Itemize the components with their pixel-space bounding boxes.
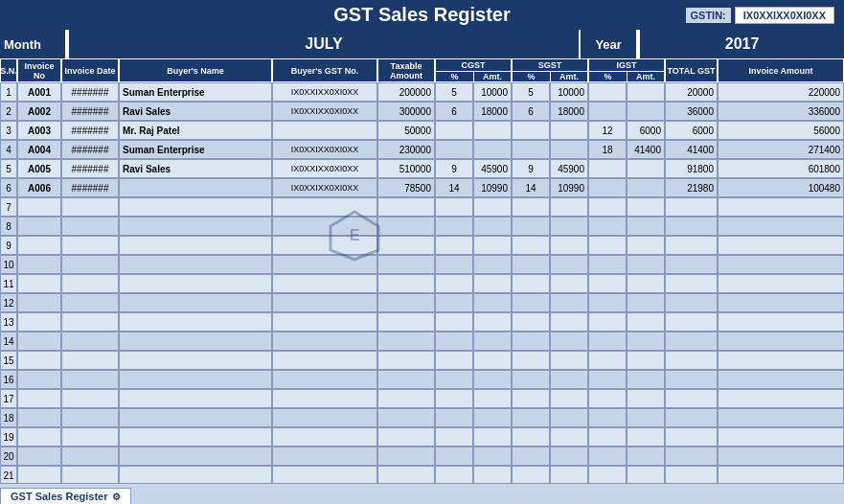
gstin-value: IX0XXIXX0XI0XX <box>735 7 834 24</box>
table-row: 9 <box>0 236 844 255</box>
header-igst-amt: Amt. <box>627 72 664 81</box>
header-invoice-date: Invoice Date <box>61 58 119 82</box>
table-row: 4A004#######Suman EnterpriseIX0XXIXX0XI0… <box>0 140 844 159</box>
tab-label: GST Sales Register <box>11 491 108 502</box>
table-row: 13 <box>0 312 844 332</box>
header-taxable-amount: Taxable Amount <box>377 58 435 82</box>
column-headers: S.N. Invoice No Invoice Date Buyer's Nam… <box>0 58 844 82</box>
table-row: 18 <box>0 408 844 427</box>
header-sgst-title: SGST <box>513 59 587 72</box>
header-total-gst: TOTAL GST <box>665 58 718 82</box>
table-row: 21 <box>0 466 844 483</box>
header-igst-title: IGST <box>589 59 664 72</box>
year-value: 2017 <box>640 30 844 58</box>
table-row: 19 <box>0 427 844 447</box>
table-row: 7 <box>0 197 844 217</box>
month-value: JULY <box>69 30 581 58</box>
header-invoice-amount: Invoice Amount <box>718 58 844 82</box>
table-row: 6A006#######IX0XXIXX0XI0XX78500141099014… <box>0 178 844 197</box>
tab-gst-sales-register[interactable]: GST Sales Register ⚙ <box>0 488 131 504</box>
app-window: GST Sales Register GSTIN: IX0XXIXX0XI0XX… <box>0 0 844 504</box>
table-row: 14 <box>0 332 844 351</box>
tab-bar: GST Sales Register ⚙ <box>0 483 844 504</box>
data-area: E 1A001#######Suman EnterpriseIX0XXIXX0X… <box>0 82 844 483</box>
header-sgst-group: SGST % Amt. <box>512 58 588 82</box>
header-igst-pct: % <box>589 72 627 81</box>
table-body: 1A001#######Suman EnterpriseIX0XXIXX0XI0… <box>0 82 844 483</box>
header-buyer-name: Buyer's Name <box>119 58 272 82</box>
header-sn: S.N. <box>0 58 17 82</box>
month-year-row: Month JULY Year 2017 <box>0 30 844 58</box>
table-row: 16 <box>0 370 844 389</box>
table-row: 12 <box>0 293 844 312</box>
header-cgst-pct: % <box>436 72 474 81</box>
table-row: 11 <box>0 274 844 293</box>
header-sgst-pct: % <box>513 72 551 81</box>
header-sgst-amt: Amt. <box>551 72 587 81</box>
header-cgst-title: CGST <box>436 59 511 72</box>
month-label: Month <box>0 30 67 58</box>
table-row: 1A001#######Suman EnterpriseIX0XXIXX0XI0… <box>0 82 844 102</box>
header-igst-group: IGST % Amt. <box>588 58 665 82</box>
table-row: 10 <box>0 255 844 274</box>
header-cgst-amt: Amt. <box>474 72 511 81</box>
header-buyer-gst: Buyer's GST No. <box>272 58 377 82</box>
table-row: 8 <box>0 217 844 236</box>
year-label: Year <box>581 30 638 58</box>
table-row: 3A003#######Mr. Raj Patel500001260006000… <box>0 121 844 140</box>
app-title: GST Sales Register <box>216 4 628 26</box>
header-invoice-no: Invoice No <box>17 58 61 82</box>
header-cgst-group: CGST % Amt. <box>435 58 512 82</box>
table-row: 5A005#######Ravi SalesIX0XXIXX0XI0XX5100… <box>0 159 844 178</box>
gstin-area: GSTIN: IX0XXIXX0XI0XX <box>628 7 834 24</box>
table-row: 20 <box>0 447 844 466</box>
tab-icon: ⚙ <box>112 492 121 502</box>
table-row: 2A002#######Ravi SalesIX0XXIXX0XI0XX3000… <box>0 102 844 121</box>
title-bar: GST Sales Register GSTIN: IX0XXIXX0XI0XX <box>0 0 844 30</box>
table-row: 15 <box>0 351 844 370</box>
table-row: 17 <box>0 389 844 408</box>
gstin-label: GSTIN: <box>686 8 731 23</box>
